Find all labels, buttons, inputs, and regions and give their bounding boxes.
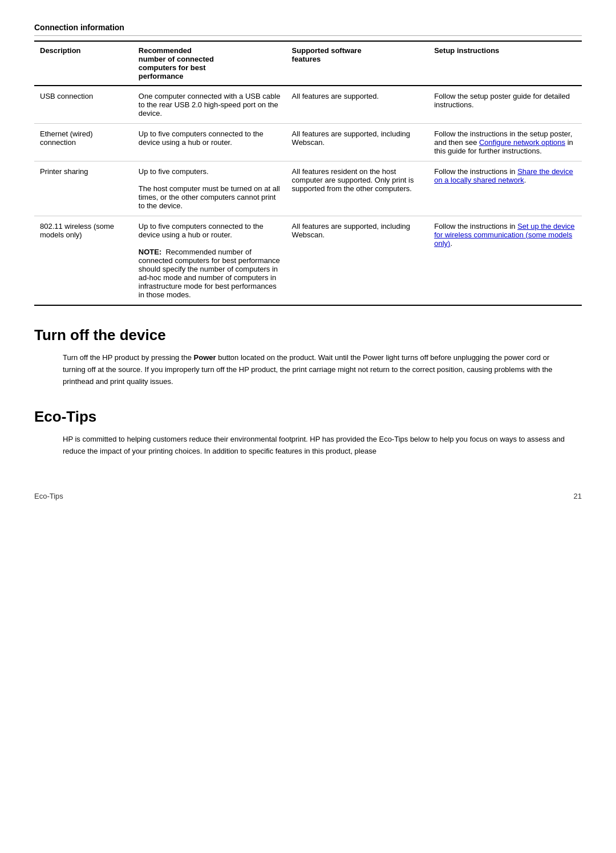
connection-table: Description Recommendednumber of connect… — [34, 41, 582, 306]
col-software: Supported softwarefeatures — [286, 41, 429, 86]
wireless-recommended: Up to five computers connected to the de… — [133, 216, 286, 306]
connection-information-section: Connection information Description Recom… — [34, 23, 582, 306]
wireless-instructions: Follow the instructions in Set up the de… — [428, 216, 582, 306]
configure-network-link[interactable]: Configure network options — [479, 138, 565, 147]
footer: Eco-Tips 21 — [34, 492, 582, 500]
note-label: NOTE: — [139, 248, 161, 256]
section-heading: Connection information — [34, 23, 582, 32]
ethernet-software: All features are supported, including We… — [286, 124, 429, 161]
col-recommended: Recommendednumber of connectedcomputers … — [133, 41, 286, 86]
table-row: Printer sharing Up to five computers. Th… — [34, 161, 582, 216]
power-bold: Power — [194, 353, 216, 362]
connection-table-container: Description Recommendednumber of connect… — [34, 41, 582, 306]
printer-sharing-recommended: Up to five computers. The host computer … — [133, 161, 286, 216]
turn-off-body: Turn off the HP product by pressing the … — [34, 352, 582, 387]
col-description: Description — [34, 41, 133, 86]
turn-off-title: Turn off the device — [34, 326, 582, 344]
section-divider — [34, 35, 582, 36]
usb-instructions: Follow the setup poster guide for detail… — [428, 86, 582, 124]
wireless-description: 802.11 wireless (some models only) — [34, 216, 133, 306]
footer-left: Eco-Tips — [34, 492, 63, 500]
wireless-software: All features are supported, including We… — [286, 216, 429, 306]
ethernet-instructions: Follow the instructions in the setup pos… — [428, 124, 582, 161]
printer-sharing-instructions: Follow the instructions in Share the dev… — [428, 161, 582, 216]
printer-sharing-description: Printer sharing — [34, 161, 133, 216]
usb-description: USB connection — [34, 86, 133, 124]
usb-software: All features are supported. — [286, 86, 429, 124]
table-header-row: Description Recommendednumber of connect… — [34, 41, 582, 86]
table-row: Ethernet (wired) connection Up to five c… — [34, 124, 582, 161]
printer-sharing-software: All features resident on the host comput… — [286, 161, 429, 216]
usb-recommended: One computer connected with a USB cable … — [133, 86, 286, 124]
ethernet-recommended: Up to five computers connected to the de… — [133, 124, 286, 161]
turn-off-section: Turn off the device Turn off the HP prod… — [34, 326, 582, 387]
share-network-link[interactable]: Share the device on a locally shared net… — [434, 167, 573, 184]
footer-right: 21 — [574, 492, 582, 500]
table-row: 802.11 wireless (some models only) Up to… — [34, 216, 582, 306]
eco-tips-title: Eco-Tips — [34, 408, 582, 426]
table-row: USB connection One computer connected wi… — [34, 86, 582, 124]
col-instructions: Setup instructions — [428, 41, 582, 86]
ethernet-description: Ethernet (wired) connection — [34, 124, 133, 161]
eco-tips-body: HP is committed to helping customers red… — [34, 434, 582, 458]
eco-tips-section: Eco-Tips HP is committed to helping cust… — [34, 408, 582, 458]
wireless-setup-link[interactable]: Set up the device for wireless communica… — [434, 222, 574, 248]
